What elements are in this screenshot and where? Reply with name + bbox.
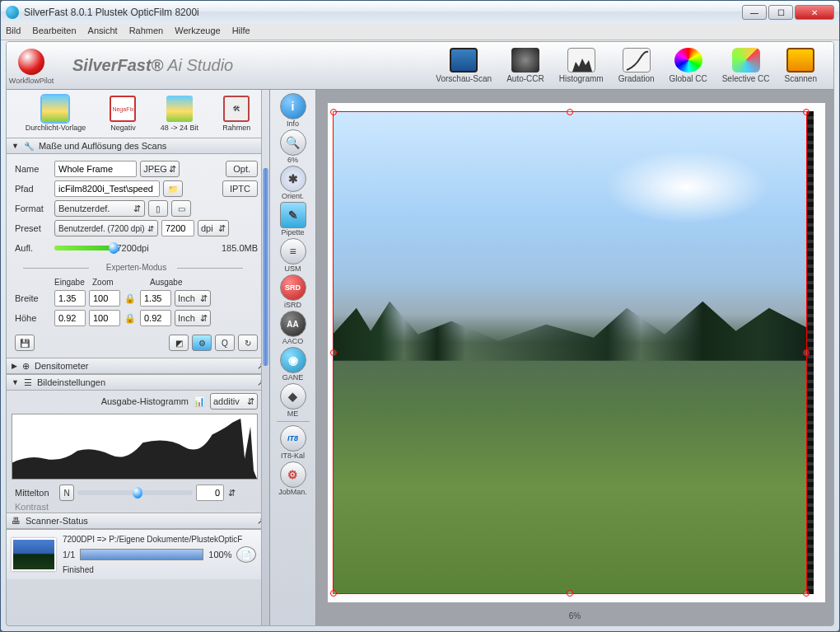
left-panel: Durchlicht-Vorlage NegaFixNegativ 48 -> … [7, 90, 270, 625]
vtool-info[interactable]: iInfo [280, 93, 306, 128]
vtool-jobman[interactable]: ⚙JobMan. [278, 461, 307, 496]
format-select[interactable]: Benutzerdef.⇵ [54, 200, 145, 217]
handle-br[interactable] [803, 590, 810, 597]
titlebar: SilverFast 8.0.1 Plustek OpticFilm 8200i… [1, 1, 839, 24]
progress-bar [80, 549, 203, 560]
width-out[interactable] [140, 290, 171, 307]
vtool-zoom[interactable]: 🔍6% [280, 129, 306, 164]
menu-bearbeiten[interactable]: Bearbeiten [32, 26, 76, 38]
lock-icon[interactable]: 🔒 [124, 293, 137, 304]
scan-button[interactable]: Scannen [785, 48, 817, 83]
vtool-usm[interactable]: ≡USM [280, 238, 306, 273]
tool-quicktime[interactable]: Q [215, 335, 235, 351]
browse-button[interactable]: 📁 [163, 180, 183, 197]
name-input[interactable] [54, 161, 137, 177]
handle-bc[interactable] [567, 590, 573, 597]
mode-transparency[interactable]: Durchlicht-Vorlage [26, 96, 86, 132]
vtool-pipette[interactable]: ✎Pipette [280, 202, 306, 236]
gradation-button[interactable]: Gradation [618, 48, 655, 83]
handle-tc[interactable] [567, 109, 573, 115]
vtool-aaco[interactable]: AAAACO [280, 311, 306, 345]
height-zoom[interactable] [89, 310, 120, 326]
maximize-button[interactable]: ☐ [768, 5, 793, 20]
panel-popout-icon[interactable]: ↗ [257, 377, 264, 388]
auto-ccr-button[interactable]: Auto-CCR [506, 48, 544, 83]
vertical-toolbar: iInfo 🔍6% ✱Orient. ✎Pipette ≡USM SRDiSRD… [270, 90, 316, 625]
dpi-input[interactable] [161, 220, 194, 236]
app-icon [6, 6, 19, 19]
minimize-button[interactable]: — [742, 5, 767, 20]
mode-frame[interactable]: 🛠Rahmen [222, 96, 250, 132]
selection-frame[interactable] [333, 111, 807, 594]
tool-gear[interactable]: ⚙ [192, 335, 212, 351]
handle-lc[interactable] [330, 349, 337, 356]
menu-rahmen[interactable]: Rahmen [129, 26, 164, 38]
workflow-icon [18, 49, 44, 75]
lock-icon-2[interactable]: 🔒 [124, 313, 137, 324]
handle-tl[interactable] [330, 109, 337, 115]
frame-icon: 🛠 [223, 96, 250, 122]
status-box: 7200DPI => P:/Eigene Dokumente/PlustekOp… [7, 529, 262, 579]
negafix-icon: NegaFix [110, 96, 136, 122]
menu-ansicht[interactable]: Ansicht [88, 26, 118, 38]
handle-rc[interactable] [803, 349, 810, 356]
midtone-value[interactable] [196, 485, 224, 501]
close-button[interactable]: ✕ [795, 5, 834, 20]
scrollbar-thumb[interactable] [263, 168, 268, 366]
handle-tr[interactable] [803, 109, 810, 115]
width-zoom[interactable] [89, 290, 120, 307]
panel-popout-icon[interactable]: ↗ [257, 516, 264, 527]
tool-refresh[interactable]: ↻ [238, 335, 258, 351]
prescan-icon [450, 48, 478, 73]
orientation-landscape[interactable]: ▭ [171, 200, 191, 217]
menubar: Bild Bearbeiten Ansicht Rahmen Werkzeuge… [1, 24, 839, 40]
height-out[interactable] [140, 310, 171, 326]
histogram-button[interactable]: Histogramm [559, 48, 604, 83]
hist-mode-select[interactable]: additiv⇵ [210, 393, 258, 410]
selective-cc-icon [732, 48, 760, 73]
global-cc-icon [674, 48, 702, 73]
mode-bitdepth[interactable]: 48 -> 24 Bit [161, 96, 198, 132]
window-title: SilverFast 8.0.1 Plustek OpticFilm 8200i [24, 7, 740, 18]
vtool-gane[interactable]: ◉GANE [280, 347, 306, 382]
section-image-settings[interactable]: ▼☰Bildeinstellungen↗ [7, 374, 269, 391]
path-input[interactable] [54, 180, 160, 197]
tool-1[interactable]: ◩ [169, 335, 189, 351]
unit-h[interactable]: Inch⇵ [175, 310, 211, 326]
orientation-portrait[interactable]: ▯ [148, 200, 168, 217]
preset-select[interactable]: Benutzerdef. (7200 dpi)⇵ [54, 220, 158, 236]
mode-negative[interactable]: NegaFixNegativ [110, 96, 136, 132]
vtool-it8[interactable]: IT8IT8-Kal [280, 425, 306, 460]
workflow-pilot-button[interactable]: WorkflowPilot [7, 47, 56, 85]
section-scanner-status[interactable]: 🖶Scanner-Status↗ [7, 513, 269, 529]
transparency-icon [42, 96, 68, 122]
prescan-button[interactable]: Vorschau-Scan [436, 48, 492, 83]
mid-n-button[interactable]: N [59, 485, 74, 501]
filetype-select[interactable]: JPEG ⇵ [140, 161, 180, 177]
preview-area: 6% [316, 90, 833, 625]
menu-hilfe[interactable]: Hilfe [232, 26, 250, 38]
vtool-isrd[interactable]: SRDiSRD [280, 274, 306, 309]
global-cc-button[interactable]: Global CC [670, 48, 707, 83]
vtool-orient[interactable]: ✱Orient. [280, 166, 306, 200]
menu-werkzeuge[interactable]: Werkzeuge [175, 26, 220, 38]
selective-cc-button[interactable]: Selective CC [722, 48, 770, 83]
dpi-unit[interactable]: dpi⇵ [198, 220, 229, 236]
vtool-me[interactable]: ◆ME [280, 383, 306, 418]
section-scan-dimensions[interactable]: ▼🔧Maße und Auflösung des Scans [7, 138, 269, 154]
height-in[interactable] [54, 310, 86, 326]
top-toolbar: WorkflowPilot SilverFast® Ai Studio Vors… [7, 42, 833, 90]
midtone-slider[interactable] [77, 490, 193, 495]
resolution-slider[interactable] [54, 246, 113, 250]
menu-bild[interactable]: Bild [6, 26, 21, 38]
width-in[interactable] [54, 290, 86, 307]
scan-canvas[interactable] [328, 103, 825, 602]
unit-w[interactable]: Inch⇵ [175, 290, 211, 307]
iptc-button[interactable]: IPTC [222, 180, 258, 197]
status-detail-button[interactable]: 📄 [236, 546, 256, 563]
handle-bl[interactable] [330, 590, 337, 597]
opt-button[interactable]: Opt. [226, 161, 258, 177]
save-button[interactable]: 💾 [15, 335, 35, 351]
section-densitometer[interactable]: ▶⊕Densitometer↗ [7, 358, 269, 374]
scan-icon [786, 48, 814, 73]
